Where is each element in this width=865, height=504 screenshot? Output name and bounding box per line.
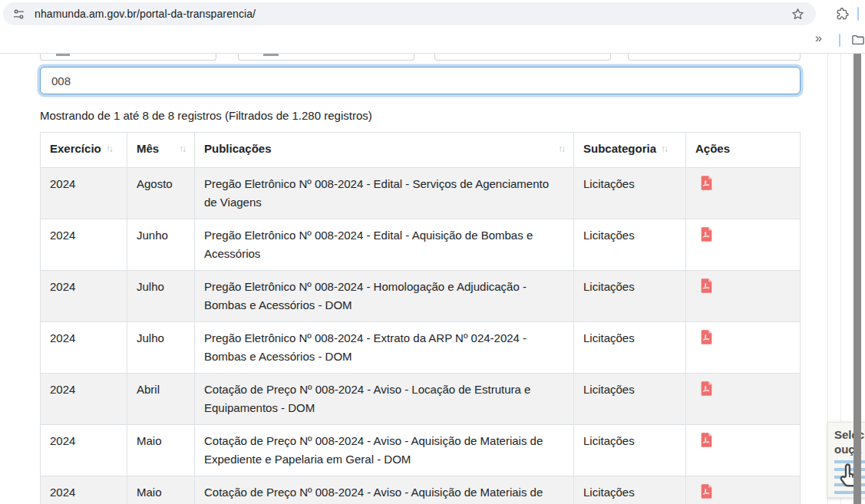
pdf-download-icon[interactable] [700,175,713,196]
cell-acoes [686,425,801,476]
table-row: 2024AbrilCotação de Preço Nº 008-2024 - … [41,374,801,425]
cell-acoes [686,476,801,504]
cell-mes: Abril [127,374,195,425]
cell-acoes [686,322,801,374]
cell-acoes [686,168,801,219]
sort-icon[interactable]: ↑↓ [106,143,112,154]
cell-publicacao: Pregão Eletrônico Nº 008-2024 - Homologa… [195,271,574,322]
cell-mes: Maio [127,425,195,476]
search-input[interactable] [40,67,801,94]
cell-publicacao: Pregão Eletrônico Nº 008-2024 - Edital -… [195,219,574,271]
cell-acoes [686,219,801,271]
cell-mes: Junho [127,219,195,271]
pdf-download-icon[interactable] [700,278,713,299]
column-header-mes[interactable]: Mês ↑↓ [127,133,195,168]
filter-select-3[interactable] [434,54,611,61]
cell-exercicio: 2024 [41,322,127,374]
filter-remnant [56,54,70,56]
sort-icon[interactable]: ↑↓ [179,143,185,154]
pdf-download-icon[interactable] [700,226,713,248]
bookmark-star-icon[interactable] [791,7,805,25]
table-row: 2024JunhoPregão Eletrônico Nº 008-2024 -… [41,219,801,271]
filter-select-4[interactable] [628,54,801,61]
bookmarks-bar: » [0,28,865,53]
cell-mes: Julho [127,271,195,322]
address-bar[interactable]: nhamunda.am.gov.br/portal-da-transparenc… [3,2,816,25]
cell-mes: Julho [127,322,195,374]
cell-publicacao: Cotação de Preço Nº 008-2024 - Aviso - A… [195,425,574,476]
publications-table: Exercício ↑↓ Mês ↑↓ Publicações ↑↓ Subca… [40,132,801,504]
cell-publicacao: Pregão Eletrônico Nº 008-2024 - Edital -… [195,168,574,219]
table-body: 2024AgostoPregão Eletrônico Nº 008-2024 … [41,168,801,504]
site-settings-icon[interactable] [12,8,25,21]
cell-subcategoria: Licitações [574,168,686,219]
cell-exercicio: 2024 [41,425,127,476]
scrollbar-thumb[interactable] [853,54,861,504]
bookmarks-folder-icon[interactable] [850,32,865,51]
cell-exercicio: 2024 [41,476,127,504]
table-row: 2024MaioCotação de Preço Nº 008-2024 - A… [41,476,801,504]
table-row: 2024MaioCotação de Preço Nº 008-2024 - A… [41,425,801,476]
sort-icon[interactable]: ↑↓ [558,143,564,154]
cell-publicacao: Cotação de Preço Nº 008-2024 - Aviso - A… [195,476,574,504]
cell-publicacao: Pregão Eletrônico Nº 008-2024 - Extrato … [195,322,574,374]
column-header-publicacoes[interactable]: Publicações ↑↓ [195,133,574,168]
cell-subcategoria: Licitações [574,374,686,425]
pdf-download-icon[interactable] [700,483,713,504]
cell-subcategoria: Licitações [574,322,686,374]
sort-icon[interactable]: ↑↓ [661,143,667,154]
cell-subcategoria: Licitações [574,425,686,476]
column-header-subcategoria[interactable]: Subcategoria ↑↓ [574,133,686,168]
toolbar-separator [857,7,859,21]
table-row: 2024JulhoPregão Eletrônico Nº 008-2024 -… [41,322,801,374]
cell-exercicio: 2024 [41,219,127,271]
pdf-download-icon[interactable] [700,380,713,402]
table-row: 2024AgostoPregão Eletrônico Nº 008-2024 … [41,168,801,219]
cell-mes: Agosto [127,168,195,219]
extensions-icon[interactable] [835,7,850,25]
column-header-acoes: Ações [686,133,801,168]
cell-subcategoria: Licitações [574,219,686,271]
table-row: 2024JulhoPregão Eletrônico Nº 008-2024 -… [41,271,801,322]
cell-subcategoria: Licitações [574,476,686,504]
records-info-text: Mostrando de 1 até 8 de 8 registros (Fil… [40,109,372,122]
browser-window: nhamunda.am.gov.br/portal-da-transparenc… [0,0,865,504]
cell-exercicio: 2024 [41,271,127,322]
cell-mes: Maio [127,476,195,504]
cell-acoes [686,271,801,322]
column-header-exercicio[interactable]: Exercício ↑↓ [41,133,127,168]
bookmarks-separator [839,34,840,47]
browser-toolbar: nhamunda.am.gov.br/portal-da-transparenc… [0,0,865,28]
cell-exercicio: 2024 [41,168,127,219]
bookmarks-overflow-chevron-icon[interactable]: » [815,31,822,45]
cell-acoes [686,374,801,425]
table-header-row: Exercício ↑↓ Mês ↑↓ Publicações ↑↓ Subca… [41,133,801,168]
cell-exercicio: 2024 [41,374,127,425]
cell-subcategoria: Licitações [574,271,686,322]
filter-remnant [263,54,279,56]
pdf-download-icon[interactable] [700,432,713,453]
cell-publicacao: Cotação de Preço Nº 008-2024 - Aviso - L… [195,374,574,425]
url-text[interactable]: nhamunda.am.gov.br/portal-da-transparenc… [35,8,256,20]
pdf-download-icon[interactable] [700,329,713,351]
